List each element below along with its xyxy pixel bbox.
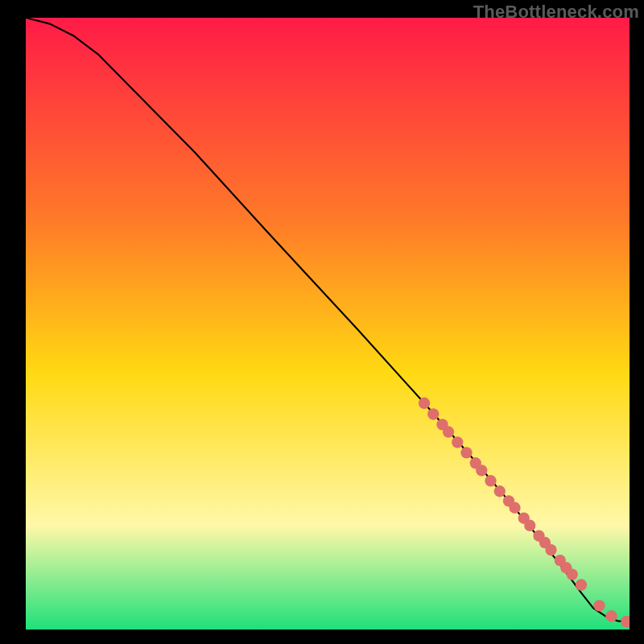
data-point bbox=[567, 568, 578, 580]
chart-stage: { "watermark": "TheBottleneck.com", "col… bbox=[0, 0, 644, 644]
data-point bbox=[545, 544, 556, 555]
data-point bbox=[476, 464, 487, 476]
data-point bbox=[509, 502, 520, 514]
data-point bbox=[485, 475, 496, 486]
data-point bbox=[460, 447, 472, 458]
data-point bbox=[427, 408, 439, 419]
chart-svg bbox=[26, 18, 630, 630]
data-point bbox=[593, 600, 605, 611]
data-point bbox=[419, 398, 430, 409]
data-point bbox=[524, 520, 535, 531]
data-point bbox=[576, 579, 587, 590]
data-point bbox=[494, 485, 506, 497]
data-point bbox=[452, 436, 463, 448]
data-point bbox=[443, 426, 454, 437]
data-point bbox=[605, 610, 617, 621]
